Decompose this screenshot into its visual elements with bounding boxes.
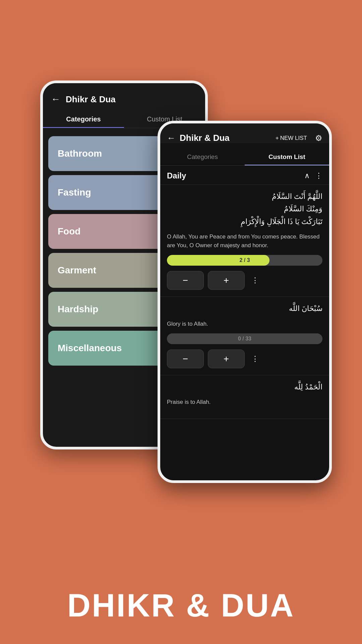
section-more-icon[interactable]: ⋮	[315, 171, 322, 180]
back-arrow-icon[interactable]: ←	[51, 94, 60, 105]
dua-item-1: اللَّهُمَّ أَنْتَ السَّلَامُوَمِنْكَ الس…	[160, 185, 329, 297]
front-phone-header: ← Dhikr & Dua + NEW LIST ⚙	[160, 123, 329, 143]
tab-categories-front[interactable]: Categories	[160, 149, 245, 165]
decrement-btn-1[interactable]: −	[167, 271, 204, 290]
category-bathroom-label: Bathroom	[58, 148, 102, 159]
new-list-label: NEW LIST	[280, 135, 307, 142]
progress-bar-2: 0 / 33	[167, 333, 322, 344]
chevron-up-icon[interactable]: ∧	[304, 171, 310, 180]
progress-text-1: 2 / 3	[239, 257, 250, 263]
phones-container: ← Dhikr & Dua Categories Custom List Bat…	[30, 67, 332, 537]
back-phone-title: Dhikr & Dua	[66, 94, 116, 105]
tab-custom-list-front[interactable]: Custom List	[245, 149, 329, 165]
progress-bar-1: 2 / 3	[167, 255, 322, 266]
page-title: DHIKR & DUA	[0, 587, 362, 624]
category-food-label: Food	[58, 226, 80, 237]
dua-item-2: سُبْحَانَ اللَّه Glory is to Allah. 0 / …	[160, 297, 329, 375]
counter-controls-1: − + ⋮	[167, 271, 322, 290]
arabic-text-3: الْحَمْدُ لِلَّه	[167, 381, 322, 393]
front-tabs: Categories Custom List	[160, 149, 329, 166]
counter-controls-2: − + ⋮	[167, 350, 322, 368]
back-phone-header: ← Dhikr & Dua	[43, 83, 205, 105]
front-content: Daily ∧ ⋮ اللَّهُمَّ أَنْتَ السَّلَامُوَ…	[160, 166, 329, 419]
progress-fill-1	[167, 255, 269, 266]
dua-item-3: الْحَمْدُ لِلَّه Praise is to Allah.	[160, 375, 329, 419]
new-list-plus-icon: +	[276, 135, 279, 142]
phone-front: ← Dhikr & Dua + NEW LIST ⚙ Categories Cu…	[158, 121, 332, 483]
translation-3: Praise is to Allah.	[167, 398, 322, 407]
category-fasting-label: Fasting	[58, 187, 91, 198]
section-header: Daily ∧ ⋮	[160, 166, 329, 185]
translation-2: Glory is to Allah.	[167, 320, 322, 328]
counter-more-1[interactable]: ⋮	[251, 276, 259, 285]
arabic-text-1: اللَّهُمَّ أَنْتَ السَّلَامُوَمِنْكَ الس…	[167, 190, 322, 228]
counter-more-2[interactable]: ⋮	[251, 355, 259, 363]
tab-categories-back[interactable]: Categories	[43, 111, 124, 128]
front-back-arrow-icon[interactable]: ←	[167, 133, 176, 143]
increment-btn-2[interactable]: +	[208, 350, 245, 368]
decrement-btn-2[interactable]: −	[167, 350, 204, 368]
section-title: Daily	[167, 171, 304, 180]
new-list-button[interactable]: + NEW LIST	[276, 135, 307, 142]
arabic-text-2: سُبْحَانَ اللَّه	[167, 302, 322, 315]
translation-1: O Allah, You are Peace and from You come…	[167, 232, 322, 250]
increment-btn-1[interactable]: +	[208, 271, 245, 290]
front-phone-title: Dhikr & Dua	[180, 133, 272, 143]
category-hardship-label: Hardship	[58, 304, 98, 315]
progress-text-2: 0 / 33	[238, 336, 251, 342]
gear-icon[interactable]: ⚙	[315, 133, 322, 143]
category-garment-label: Garment	[58, 265, 96, 276]
category-misc-label: Miscellaneous	[58, 343, 122, 354]
